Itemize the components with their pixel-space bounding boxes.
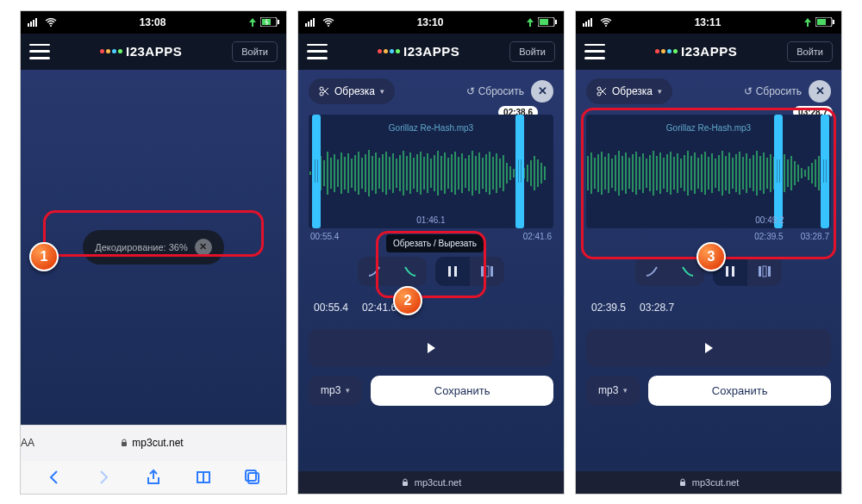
svg-rect-97 [585, 22, 587, 27]
forward-icon[interactable] [95, 469, 112, 486]
fade-in-button[interactable] [358, 257, 392, 286]
reset-label: Сбросить [756, 85, 802, 97]
selection-start[interactable]: 02:39.5 [591, 302, 626, 314]
text-size-button[interactable]: AA [21, 437, 34, 449]
trim-label: Обрезка [612, 85, 653, 97]
selection-start[interactable]: 00:55.4 [314, 302, 348, 314]
waveform-container: 03:28.7 Gorillaz Re-Hash.mp3 00:49.2 02:… [586, 115, 831, 241]
cancel-decode-button[interactable]: ✕ [195, 239, 212, 256]
svg-rect-11 [305, 23, 307, 27]
trim-mode-button[interactable]: Обрезка ▾ [309, 78, 395, 104]
waveform[interactable]: Gorillaz Re-Hash.mp3 00:49.2 [586, 115, 831, 228]
trim-mode-button[interactable]: Обрезка ▾ [586, 78, 672, 104]
svg-rect-180 [680, 482, 685, 486]
trim-handle-start[interactable] [774, 115, 783, 228]
brand-text: I23APPS [126, 44, 182, 59]
tabs-icon[interactable] [244, 469, 261, 486]
brand-logo: I23APPS [378, 44, 459, 59]
reset-label: Сбросить [478, 85, 524, 97]
waveform[interactable]: Gorillaz Re-Hash.mp3 01:46.1 [309, 115, 553, 228]
play-button[interactable] [586, 329, 831, 367]
step-badge-2: 2 [393, 286, 422, 315]
status-time: 13:08 [140, 16, 166, 28]
undo-icon: ↺ [466, 85, 475, 97]
lock-icon [401, 478, 409, 487]
selection-end[interactable]: 02:41.6 [362, 302, 397, 314]
status-bar: 13:10 [298, 11, 564, 34]
close-button[interactable]: ✕ [809, 80, 831, 103]
safari-address-bar[interactable]: AA mp3cut.net [21, 425, 286, 461]
lock-icon [678, 478, 687, 487]
svg-rect-14 [313, 18, 315, 27]
svg-rect-90 [448, 266, 451, 277]
reset-button[interactable]: ↺ Сбросить [744, 85, 802, 97]
app-header: I23APPS Войти [576, 34, 841, 70]
svg-rect-103 [817, 19, 826, 25]
save-button[interactable]: Сохранить [648, 376, 831, 406]
play-icon [702, 341, 715, 355]
bookmarks-icon[interactable] [195, 469, 212, 486]
svg-rect-3 [35, 18, 37, 27]
svg-point-105 [597, 92, 601, 96]
ruler-end: 03:28.7 [801, 232, 829, 241]
selection-end[interactable]: 03:28.7 [640, 302, 674, 314]
undo-icon: ↺ [744, 85, 753, 97]
brand-logo: I23APPS [655, 44, 737, 59]
trim-handle-end[interactable] [515, 115, 524, 228]
svg-rect-178 [763, 266, 766, 277]
play-button[interactable] [309, 329, 553, 367]
brand-text: I23APPS [403, 44, 459, 59]
format-button[interactable]: mp3 ▾ [586, 376, 640, 406]
save-button[interactable]: Сохранить [371, 376, 553, 406]
format-button[interactable]: mp3 ▾ [309, 376, 362, 406]
safari-address-bar[interactable]: mp3cut.net [298, 471, 564, 494]
safari-address-bar[interactable]: mp3cut.net [576, 471, 841, 494]
lock-icon [120, 439, 128, 447]
chevron-down-icon: ▾ [380, 87, 384, 96]
login-button[interactable]: Войти [232, 41, 278, 62]
menu-icon[interactable] [584, 44, 605, 59]
svg-rect-102 [833, 20, 834, 24]
scissors-icon [319, 86, 329, 96]
editor-toolbar: Обрезка ▾ ↺ Сбросить ✕ [586, 78, 831, 104]
wave-center-time: 00:49.2 [755, 215, 784, 225]
trim-inside-button[interactable] [435, 257, 470, 286]
phone-screen-2: 13:10 I23APPS Войти Обрезка ▾ ↺ Сбросить… [297, 10, 565, 495]
chevron-down-icon: ▾ [346, 386, 350, 395]
menu-icon[interactable] [307, 44, 328, 59]
svg-rect-2 [33, 20, 34, 27]
ruler-end: 02:41.6 [523, 232, 552, 241]
format-label: mp3 [598, 384, 618, 396]
fade-out-button[interactable] [392, 257, 427, 286]
trim-handle-end[interactable] [821, 115, 829, 228]
fade-group [358, 257, 427, 286]
close-button[interactable]: ✕ [531, 80, 553, 103]
svg-point-20 [320, 92, 323, 96]
track-filename: Gorillaz Re-Hash.mp3 [389, 123, 473, 133]
selection-times: 02:39.5 03:28.7 [586, 295, 831, 320]
svg-rect-94 [490, 266, 493, 277]
menu-icon[interactable] [29, 44, 50, 59]
svg-rect-95 [403, 482, 408, 486]
scissors-icon [597, 86, 607, 96]
login-button[interactable]: Войти [509, 41, 555, 62]
login-button[interactable]: Войти [787, 41, 833, 62]
fade-in-button[interactable] [635, 257, 670, 286]
chevron-down-icon: ▾ [623, 386, 628, 395]
trim-handle-start[interactable] [312, 115, 321, 228]
phone-screen-3: 13:11 I23APPS Войти Обрезка ▾ ↺ Сбросить… [575, 10, 842, 495]
reset-button[interactable]: ↺ Сбросить [466, 85, 524, 97]
svg-rect-179 [768, 266, 771, 277]
step-badge-1: 1 [29, 242, 59, 271]
back-icon[interactable] [46, 469, 63, 486]
waveform-container: 02:38.6 Gorillaz Re-Hash.mp3 01:46.1 00:… [309, 115, 553, 241]
trim-outside-button[interactable] [470, 257, 504, 286]
trim-outside-button[interactable] [747, 257, 782, 286]
svg-rect-17 [555, 20, 557, 24]
app-surface: Обрезка ▾ ↺ Сбросить ✕ 02:38.6 Gorillaz … [298, 70, 564, 471]
share-icon[interactable] [145, 469, 162, 486]
svg-rect-96 [583, 23, 584, 27]
format-label: mp3 [321, 384, 340, 396]
svg-rect-1 [30, 22, 32, 27]
waveform-svg [586, 147, 828, 199]
